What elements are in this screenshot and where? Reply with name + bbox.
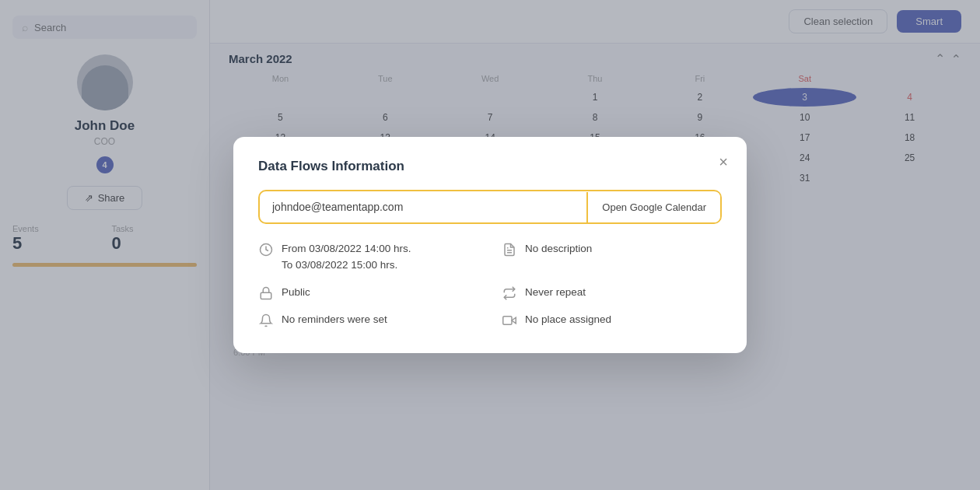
lock-icon: [258, 285, 274, 301]
reminders-info: No reminders were set: [258, 312, 478, 328]
video-icon: [502, 313, 517, 328]
repeat-icon: [502, 285, 517, 301]
modal: Data Flows Information × Open Google Cal…: [233, 137, 747, 353]
reminders-text: No reminders were set: [282, 312, 387, 328]
visibility-text: Public: [282, 285, 310, 301]
email-row: Open Google Calendar: [258, 190, 722, 224]
datetime-info: From 03/08/2022 14:00 hrs. To 03/08/2022…: [258, 241, 478, 274]
modal-title: Data Flows Information: [258, 159, 722, 174]
open-google-calendar-button[interactable]: Open Google Calendar: [586, 192, 720, 222]
repeat-info: Never repeat: [502, 285, 722, 301]
visibility-info: Public: [258, 285, 478, 301]
svg-rect-3: [261, 292, 271, 299]
repeat-text: Never repeat: [525, 285, 586, 301]
info-grid: From 03/08/2022 14:00 hrs. To 03/08/2022…: [258, 241, 722, 328]
place-info: No place assigned: [502, 312, 722, 328]
document-icon: [502, 242, 517, 257]
email-field[interactable]: [260, 191, 586, 222]
svg-marker-4: [512, 317, 516, 324]
close-button[interactable]: ×: [719, 154, 728, 170]
svg-rect-5: [503, 317, 512, 325]
clock-icon: [258, 242, 274, 257]
datetime-text: From 03/08/2022 14:00 hrs. To 03/08/2022…: [282, 241, 411, 274]
description-info: No description: [502, 241, 722, 274]
place-text: No place assigned: [525, 312, 611, 328]
modal-overlay[interactable]: Data Flows Information × Open Google Cal…: [0, 0, 980, 490]
description-text: No description: [525, 241, 592, 257]
bell-icon: [258, 313, 274, 328]
